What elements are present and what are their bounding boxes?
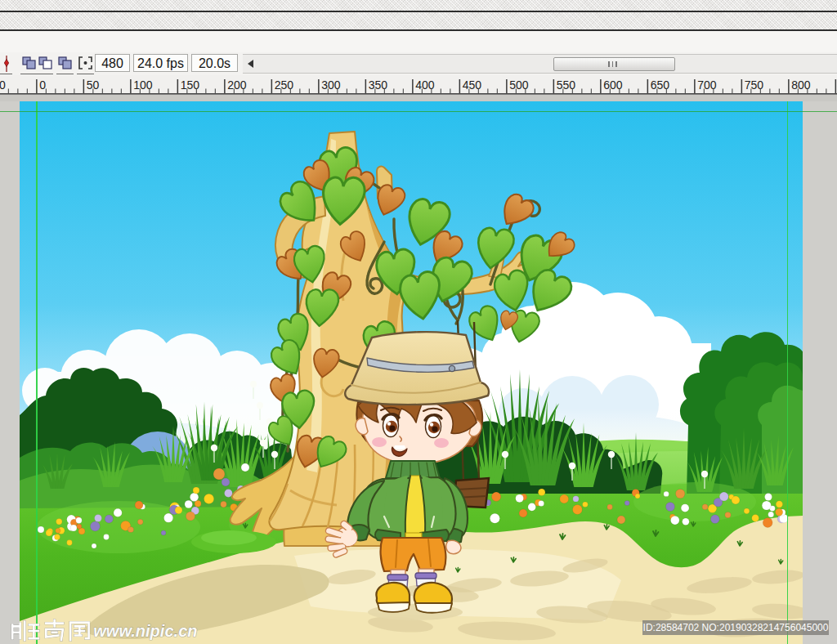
svg-text:www.nipic.cn: www.nipic.cn: [93, 622, 197, 640]
svg-text:0: 0: [0, 78, 6, 92]
svg-text:0: 0: [39, 78, 46, 92]
